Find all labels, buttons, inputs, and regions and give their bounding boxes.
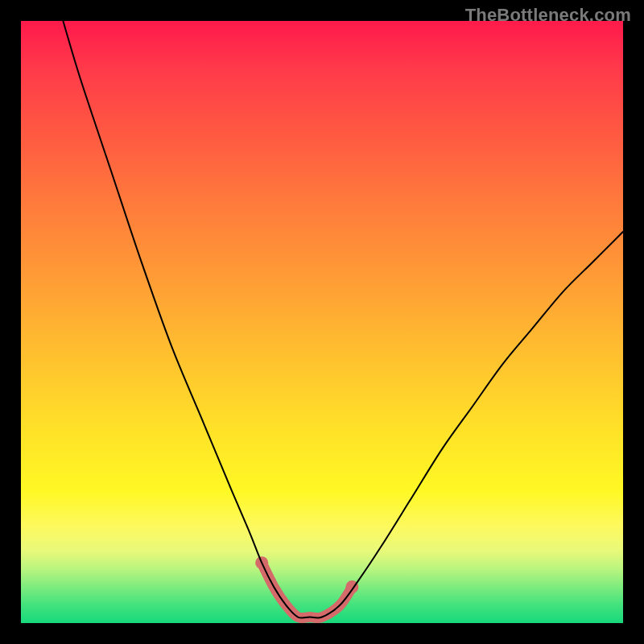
bottleneck-curve bbox=[63, 21, 623, 618]
chart-overlay bbox=[21, 21, 623, 623]
safe-zone-curve bbox=[255, 556, 358, 617]
chart-frame: TheBottleneck.com bbox=[0, 0, 644, 644]
plot-area bbox=[21, 21, 623, 623]
watermark-text: TheBottleneck.com bbox=[465, 5, 631, 26]
